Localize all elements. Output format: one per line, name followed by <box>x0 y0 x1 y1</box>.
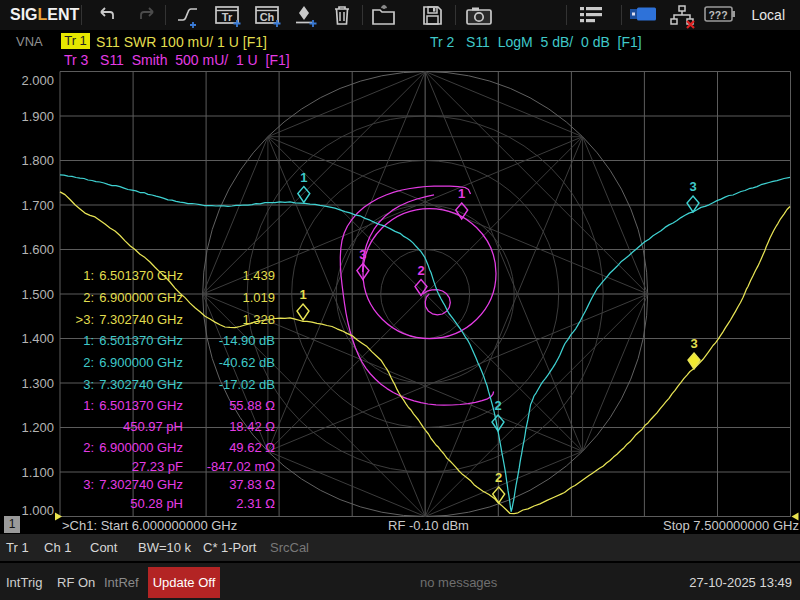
svg-text:1: 1 <box>300 170 307 185</box>
svg-text:2: 2 <box>417 263 424 278</box>
svg-text:2: 2 <box>495 470 502 485</box>
svg-text:2: 2 <box>494 398 501 413</box>
svg-text:1.800: 1.800 <box>21 153 54 168</box>
svg-text:1: 1 <box>299 287 306 302</box>
svg-text:1: 1 <box>458 186 465 201</box>
svg-text:1.600: 1.600 <box>21 242 54 257</box>
svg-text:2.000: 2.000 <box>21 73 54 88</box>
svg-text:3: 3 <box>359 247 366 262</box>
svg-text:1.700: 1.700 <box>21 198 54 213</box>
svg-text:3: 3 <box>690 336 697 351</box>
svg-text:1.900: 1.900 <box>21 109 54 124</box>
svg-text:3: 3 <box>689 179 696 194</box>
